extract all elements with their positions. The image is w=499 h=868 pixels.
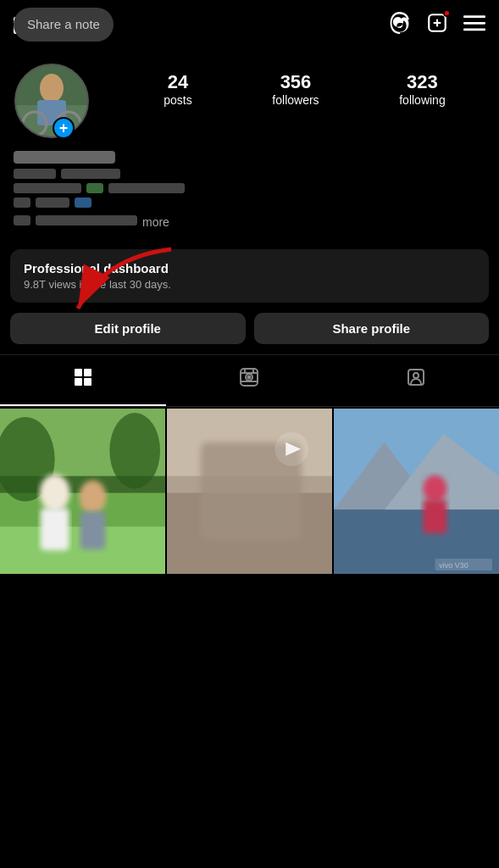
svg-point-48 bbox=[423, 476, 446, 503]
svg-point-21 bbox=[248, 376, 251, 379]
svg-rect-16 bbox=[84, 369, 91, 376]
svg-rect-18 bbox=[84, 378, 91, 386]
profile-section: Share a note bbox=[0, 46, 499, 149]
bio-section: more bbox=[0, 149, 499, 241]
svg-point-9 bbox=[40, 74, 64, 103]
menu-icon[interactable] bbox=[463, 12, 485, 39]
grid-photo-2 bbox=[167, 409, 332, 574]
username bbox=[14, 151, 115, 164]
grid-photo-3: vivo V30 bbox=[334, 409, 499, 574]
posts-label: posts bbox=[164, 93, 191, 107]
edit-profile-button[interactable]: Edit profile bbox=[10, 313, 246, 344]
more-link[interactable]: more bbox=[142, 215, 169, 229]
tagged-icon bbox=[406, 367, 426, 392]
svg-point-34 bbox=[40, 475, 70, 512]
svg-rect-17 bbox=[75, 378, 82, 386]
grid-item-3[interactable]: vivo V30 bbox=[334, 409, 499, 574]
following-stat[interactable]: 323 following bbox=[399, 71, 445, 107]
followers-stat[interactable]: 356 followers bbox=[272, 71, 319, 107]
followers-label: followers bbox=[272, 93, 319, 107]
dashboard-title: Professional dashboard bbox=[24, 261, 475, 275]
svg-rect-35 bbox=[41, 508, 69, 550]
content-tabs bbox=[0, 354, 499, 407]
svg-point-27 bbox=[413, 373, 419, 378]
svg-text:vivo V30: vivo V30 bbox=[439, 561, 468, 570]
svg-rect-15 bbox=[75, 369, 82, 376]
svg-point-33 bbox=[109, 413, 160, 489]
bio-lines: more bbox=[14, 169, 485, 229]
tab-reels[interactable] bbox=[166, 355, 332, 406]
professional-dashboard[interactable]: Professional dashboard 9.8T views in the… bbox=[10, 249, 489, 303]
grid-item-1[interactable] bbox=[0, 409, 165, 574]
grid-photo-1 bbox=[0, 409, 165, 574]
posts-count: 24 bbox=[164, 71, 191, 93]
svg-rect-49 bbox=[423, 499, 446, 533]
posts-stat: 24 posts bbox=[164, 71, 191, 107]
notification-dot bbox=[443, 9, 451, 17]
dashboard-subtitle: 9.8T views in the last 30 days. bbox=[24, 278, 475, 291]
stats-area: 24 posts 356 followers 323 following bbox=[115, 54, 485, 107]
grid-icon bbox=[73, 367, 93, 392]
following-label: following bbox=[399, 93, 445, 107]
grid-item-2[interactable] bbox=[167, 409, 332, 574]
add-story-button[interactable]: + bbox=[53, 117, 75, 139]
avatar[interactable]: + bbox=[14, 63, 90, 139]
svg-rect-3 bbox=[463, 15, 485, 18]
avatar-area: Share a note bbox=[14, 54, 115, 139]
threads-icon[interactable] bbox=[389, 12, 411, 39]
avatar-image bbox=[14, 63, 90, 139]
username-area bbox=[14, 151, 485, 164]
share-note-label: Share a note bbox=[27, 17, 100, 31]
svg-rect-5 bbox=[463, 29, 485, 31]
reels-icon bbox=[239, 367, 259, 392]
profile-buttons-row: Edit profile Share profile bbox=[10, 313, 489, 344]
share-note-bubble[interactable]: Share a note bbox=[14, 8, 114, 42]
photo-grid: vivo V30 bbox=[0, 409, 499, 574]
tab-grid[interactable] bbox=[0, 355, 166, 406]
svg-rect-37 bbox=[80, 511, 106, 549]
followers-count: 356 bbox=[272, 71, 319, 93]
create-icon[interactable] bbox=[426, 12, 448, 39]
following-count: 323 bbox=[399, 71, 445, 93]
tab-tagged[interactable] bbox=[333, 355, 499, 406]
svg-rect-4 bbox=[463, 22, 485, 25]
share-profile-button[interactable]: Share profile bbox=[254, 313, 490, 344]
nav-icons bbox=[389, 12, 485, 39]
svg-point-36 bbox=[80, 481, 107, 515]
